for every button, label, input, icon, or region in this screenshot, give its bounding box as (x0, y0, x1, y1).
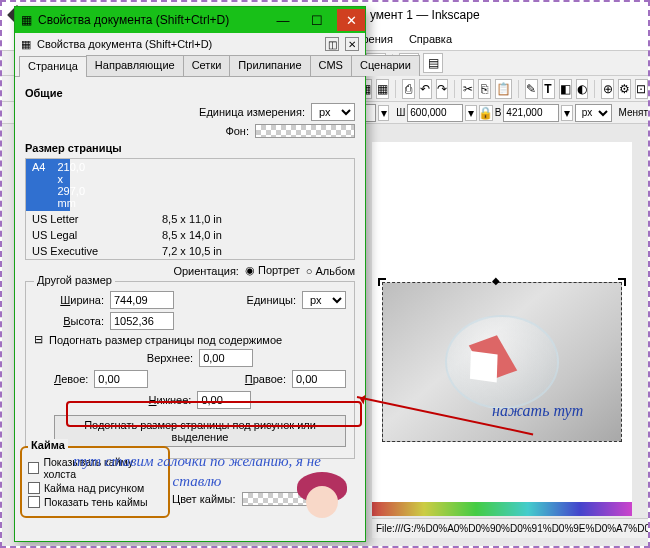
spin-control[interactable]: ▾ (465, 105, 476, 121)
tool-btn[interactable]: ▦ (376, 79, 389, 99)
w-input[interactable] (407, 104, 463, 122)
tool-btn[interactable]: ⊕ (601, 79, 614, 99)
close-icon[interactable]: ✕ (345, 37, 359, 51)
tool-btn[interactable]: T (542, 79, 555, 99)
height-label: Высота: (34, 315, 104, 327)
close-button[interactable]: ✕ (337, 9, 365, 31)
tab-bar: Страница Направляющие Сетки Прилипание C… (15, 55, 365, 77)
size-row-a4[interactable]: A4210,0 x 297,0 mm (26, 159, 70, 211)
tool-btn[interactable]: ↶ (419, 79, 432, 99)
tab-page[interactable]: Страница (19, 56, 87, 77)
margin-right-input[interactable] (292, 370, 346, 388)
fit-expander[interactable] (34, 333, 43, 346)
h-label: В (495, 107, 502, 118)
doc-icon: ▦ (21, 13, 32, 27)
tab-scripts[interactable]: Сценарии (351, 55, 420, 76)
canvas[interactable] (372, 142, 632, 502)
tool-btn[interactable]: ⎙ (402, 79, 415, 99)
change-label: Менят (618, 107, 648, 118)
maximize-button[interactable]: ☐ (303, 9, 331, 31)
units-select[interactable]: px (302, 291, 346, 309)
height-input[interactable] (110, 312, 174, 330)
spin-control[interactable]: ▾ (561, 105, 572, 121)
custom-legend: Другой размер (34, 274, 115, 286)
unit-select[interactable]: px (575, 104, 612, 122)
minimize-button[interactable]: — (269, 9, 297, 31)
bg-label: Фон: (225, 125, 249, 137)
width-input[interactable] (110, 291, 174, 309)
main-title: умент 1 — Inkscape (370, 8, 480, 22)
spin-control[interactable]: ▾ (378, 105, 389, 121)
dialog-subheader: ▦ Свойства документа (Shift+Ctrl+D) ◫ ✕ (15, 33, 365, 55)
statusbar: File:///G:/%D0%A0%D0%90%D0%91%D0%9E%D0%A… (372, 518, 648, 538)
annotation-highlight-box (66, 401, 362, 427)
tool-btn[interactable]: ✎ (525, 79, 538, 99)
tab-cms[interactable]: CMS (310, 55, 352, 76)
tool-btn[interactable]: ↷ (436, 79, 449, 99)
margin-top-input[interactable] (199, 349, 253, 367)
selection-handle[interactable] (378, 278, 386, 286)
margin-left-label: Левое: (54, 373, 88, 385)
selection-handle[interactable] (618, 278, 626, 286)
selection-handle[interactable] (492, 274, 500, 282)
margin-left-input[interactable] (94, 370, 148, 388)
size-row-usletter[interactable]: US Letter8,5 x 11,0 in (26, 211, 354, 227)
tool-btn[interactable]: ▤ (423, 53, 443, 73)
dialog-subtitle: Свойства документа (Shift+Ctrl+D) (37, 38, 212, 50)
detach-icon[interactable]: ◫ (325, 37, 339, 51)
color-palette[interactable] (372, 502, 632, 516)
annotation-press-here: нажать тут (492, 402, 583, 420)
dialog-titlebar[interactable]: ▦ Свойства документа (Shift+Ctrl+D) — ☐ … (15, 7, 365, 33)
tab-snap[interactable]: Прилипание (229, 55, 310, 76)
dialog-title: Свойства документа (Shift+Ctrl+D) (38, 13, 229, 27)
width-label: Ширина: (34, 294, 104, 306)
tool-btn[interactable]: 📋 (495, 79, 512, 99)
border-color-label: Цвет каймы: (172, 493, 236, 505)
annotation-checkboxes: тут ставим галочки по желанию, я не став… (72, 452, 322, 491)
tab-guides[interactable]: Направляющие (86, 55, 184, 76)
tool-btn[interactable]: ⚙ (618, 79, 631, 99)
annotation-face-graphic (292, 472, 352, 527)
check-border-shadow[interactable]: Показать тень каймы (28, 496, 162, 508)
bg-color-swatch[interactable] (255, 124, 355, 138)
tool-btn[interactable]: ⎘ (478, 79, 491, 99)
unit-label: Единица измерения: (199, 106, 305, 118)
pagesize-list[interactable]: A4210,0 x 297,0 mm US Letter8,5 x 11,0 i… (25, 158, 355, 260)
lock-icon[interactable]: 🔒 (479, 105, 493, 121)
h-input[interactable] (503, 104, 559, 122)
pagesize-heading: Размер страницы (25, 142, 355, 154)
menu-help[interactable]: Справка (409, 33, 452, 45)
tool-btn[interactable]: ◐ (576, 79, 589, 99)
unit-select[interactable]: px (311, 103, 355, 121)
radio-portrait[interactable]: Портрет (245, 264, 300, 277)
margin-right-label: Правое: (245, 373, 286, 385)
orientation-label: Ориентация: (173, 265, 239, 277)
radio-landscape[interactable]: Альбом (306, 265, 355, 277)
margin-top-label: Верхнее: (147, 352, 193, 364)
units-label: Единицы: (196, 294, 296, 306)
size-row-uslegal[interactable]: US Legal8,5 x 14,0 in (26, 227, 354, 243)
tool-btn[interactable]: ✂ (461, 79, 474, 99)
size-row-usexec[interactable]: US Executive7,2 x 10,5 in (26, 243, 354, 259)
general-heading: Общие (25, 87, 355, 99)
tab-grids[interactable]: Сетки (183, 55, 231, 76)
custom-size-fieldset: Другой размер Ширина: Единицы: px Высота… (25, 281, 355, 459)
border-legend: Кайма (28, 439, 68, 451)
doc-icon: ▦ (21, 38, 31, 51)
tool-btn[interactable]: ⊡ (635, 79, 648, 99)
tool-btn[interactable]: ◧ (559, 79, 572, 99)
w-label: Ш (396, 107, 405, 118)
fit-expand-label: Подогнать размер страницы под содержимое (49, 334, 282, 346)
